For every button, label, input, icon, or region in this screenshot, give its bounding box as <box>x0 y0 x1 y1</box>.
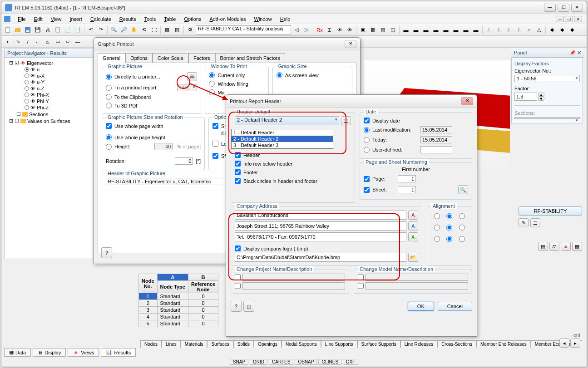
gp-radio-windowfill[interactable] <box>209 81 215 87</box>
status-tab-data[interactable]: ▦Data <box>4 348 31 357</box>
gp-radio-directly[interactable] <box>106 74 112 80</box>
render2-icon[interactable]: ▬ <box>411 25 420 34</box>
analysis-combo[interactable]: RF-STABILITY CA1 - Stability analysis <box>196 25 291 34</box>
panel-mode4-icon[interactable]: ▦ <box>572 242 582 251</box>
prh-header-option-3[interactable]: 3 - Default Header 3 <box>232 142 333 148</box>
tb2-3-icon[interactable]: / <box>23 37 32 46</box>
table-col-a[interactable]: A <box>157 274 188 281</box>
prh-chk-projdesc[interactable] <box>235 282 241 289</box>
redo-icon[interactable]: ↷ <box>96 25 105 34</box>
prh-chk-page[interactable] <box>364 176 370 182</box>
nav-next-icon[interactable]: ▷ <box>302 25 311 34</box>
prh-font3-button[interactable]: A <box>408 232 418 241</box>
mdi-minimize[interactable]: — <box>556 16 564 22</box>
prh-align2-left[interactable] <box>434 225 440 231</box>
status-grid[interactable]: GRID <box>250 359 267 365</box>
tab-scroll-left[interactable]: ◂ <box>559 339 569 348</box>
tree-item-uz[interactable]: 👁u-Z <box>6 85 91 92</box>
prh-align3-left[interactable] <box>434 236 440 242</box>
prh-align3-right[interactable] <box>459 236 465 242</box>
menu-addon[interactable]: Add-on Modules <box>206 15 249 23</box>
status-tab-results[interactable]: 📊Results <box>101 348 136 357</box>
tree-sections[interactable]: ☐Sections <box>6 111 91 118</box>
table-icon[interactable]: ▦ <box>163 25 172 34</box>
pan-icon[interactable]: ✋ <box>129 25 138 34</box>
prh-chk-header[interactable] <box>235 152 241 158</box>
gp-chk-sf[interactable] <box>212 153 218 159</box>
prh-sheet-input[interactable] <box>398 186 416 193</box>
panel-mode2-icon[interactable]: ⚖ <box>549 242 559 251</box>
prh-align1-right[interactable] <box>459 213 465 219</box>
table-row[interactable]: 2 <box>139 300 158 307</box>
prh-logo-path[interactable] <box>235 253 406 262</box>
table-row[interactable]: 5 <box>139 320 158 327</box>
undo-icon[interactable]: ↶ <box>86 25 95 34</box>
tb2-4-icon[interactable]: ⌐ <box>33 37 42 46</box>
bottom-tab-linereleases[interactable]: Line Releases <box>400 340 437 348</box>
tb2-6-icon[interactable]: ▭ <box>53 37 62 46</box>
tree-item-u[interactable]: 👁u <box>6 66 91 73</box>
bottom-tab-nodalsupports[interactable]: Nodal Supports <box>282 340 321 348</box>
prh-help-button[interactable]: ? <box>231 301 242 312</box>
view4-icon[interactable]: ◫ <box>388 25 397 34</box>
table-col-b[interactable]: B <box>188 274 218 281</box>
render8-icon[interactable]: ▬ <box>471 25 480 34</box>
prh-company-line3[interactable] <box>235 232 406 241</box>
menu-window[interactable]: Window <box>251 15 276 23</box>
render3-icon[interactable]: ▬ <box>421 25 430 34</box>
axis4-icon[interactable]: ⊥ <box>514 25 524 34</box>
bottom-tab-surfaces[interactable]: Surfaces <box>207 340 233 348</box>
render7-icon[interactable]: ▬ <box>461 25 470 34</box>
prh-browse-logo-button[interactable]: 📂 <box>408 253 418 262</box>
gp-radio-clipboard[interactable] <box>106 94 112 100</box>
bottom-tab-solids[interactable]: Solids <box>233 340 254 348</box>
prh-chk-logo[interactable] <box>235 245 241 251</box>
tree-item-phiy[interactable]: 👁Phi-Y <box>6 98 91 104</box>
tree-item-phiz[interactable]: 👁Phi-Z <box>6 104 91 111</box>
tree-root-eigenvector[interactable]: ⊟☑👁Eigenvector <box>6 59 91 66</box>
gp-chk-wholewidth[interactable] <box>106 123 112 129</box>
close-button[interactable]: ✕ <box>571 4 583 12</box>
table2-icon[interactable]: ▤ <box>173 25 182 34</box>
menu-results[interactable]: Results <box>116 15 140 23</box>
axis-icon[interactable]: ⊥ <box>484 25 494 34</box>
gp-radio-screen[interactable] <box>277 72 282 78</box>
sigma-icon[interactable]: Σ <box>325 25 334 34</box>
menu-help[interactable]: Help <box>277 15 294 23</box>
mdi-restore[interactable]: ☐ <box>565 16 573 22</box>
zoom2-icon[interactable]: 🔎 <box>119 25 128 34</box>
bottom-tab-memberendreleases[interactable]: Member End Releases <box>476 340 531 348</box>
bottom-tab-nodes[interactable]: Nodes <box>140 340 162 348</box>
prh-header-option-1[interactable]: 1 - Default Header <box>232 129 333 136</box>
factor-down-icon[interactable]: ▾ <box>538 97 544 101</box>
zoom-icon[interactable]: 🔍 <box>109 25 119 34</box>
eye-icon[interactable]: 👁 <box>335 25 344 34</box>
gp-radio-report[interactable] <box>106 85 112 91</box>
prh-close-button[interactable]: ✕ <box>461 97 473 105</box>
new-icon[interactable] <box>3 25 12 34</box>
prh-header-combo[interactable]: 2 - Default Header 2 <box>235 116 339 125</box>
prh-align2-right[interactable] <box>459 225 465 231</box>
status-tab-display[interactable]: 🖥Display <box>33 348 66 357</box>
menu-file[interactable]: File <box>14 15 30 23</box>
module-icon[interactable]: ⚙ <box>186 25 195 34</box>
tb2-5-icon[interactable]: ⏢ <box>43 37 52 46</box>
tree-values[interactable]: ⊞☐Values on Surfaces <box>6 118 91 124</box>
gp-tab-factors[interactable]: Factors <box>188 53 215 63</box>
bottom-tab-materials[interactable]: Materials <box>181 340 208 348</box>
bottom-tab-crosssections[interactable]: Cross-Sections <box>437 340 476 348</box>
paste-icon[interactable]: 📄 <box>63 25 72 34</box>
open-icon[interactable] <box>13 25 22 34</box>
tree-item-ux[interactable]: 👁u-X <box>6 73 91 79</box>
render6-icon[interactable]: ▬ <box>451 25 460 34</box>
menu-insert[interactable]: Insert <box>66 15 86 23</box>
view2-icon[interactable]: ▦ <box>368 25 377 34</box>
prh-chk-inforow[interactable] <box>235 161 241 167</box>
axis3-icon[interactable]: ⊥ <box>504 25 514 34</box>
panel-pin-icon[interactable]: 📌 ✕ <box>569 50 581 56</box>
status-dxf[interactable]: DXF <box>343 359 358 365</box>
render5-icon[interactable]: ▬ <box>441 25 450 34</box>
gp-close-button[interactable]: ✕ <box>345 40 356 48</box>
prh-default-button[interactable]: ◫ <box>243 301 254 312</box>
panel-factor-input[interactable] <box>514 93 537 101</box>
